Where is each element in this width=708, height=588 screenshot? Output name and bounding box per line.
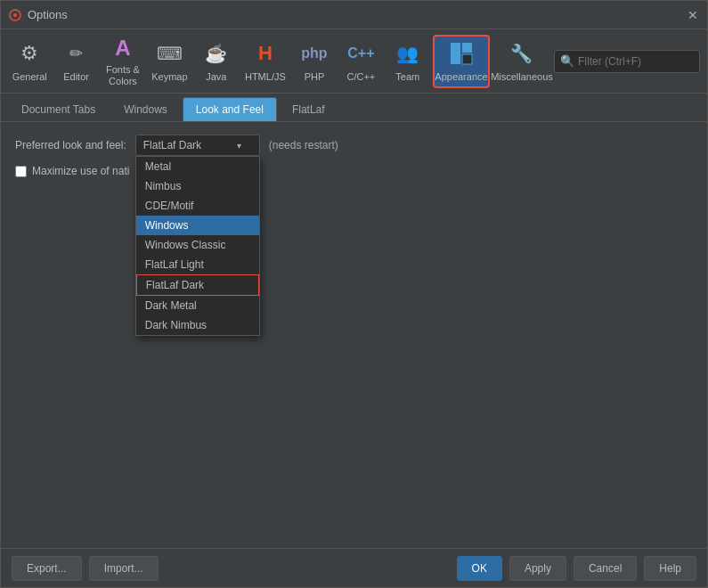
dropdown-selected-value: FlatLaf Dark	[143, 139, 201, 151]
dropdown-item-dark-nimbus[interactable]: Dark Nimbus	[136, 315, 259, 335]
look-feel-dropdown[interactable]: FlatLaf Dark ▾	[135, 135, 260, 156]
dropdown-item-windows[interactable]: Windows	[136, 216, 259, 235]
search-input[interactable]	[578, 55, 694, 68]
maximize-checkbox[interactable]	[15, 166, 27, 177]
toolbar-java[interactable]: ☕ Java	[195, 35, 238, 88]
ok-button[interactable]: OK	[457, 556, 502, 581]
team-icon: 👥	[394, 39, 422, 68]
misc-icon: 🔧	[508, 39, 536, 68]
fonts-icon: A	[109, 36, 137, 61]
help-button[interactable]: Help	[644, 556, 696, 581]
dropdown-item-nimbus[interactable]: Nimbus	[136, 176, 259, 196]
content-area: Preferred look and feel: FlatLaf Dark ▾ …	[1, 122, 707, 548]
toolbar-general[interactable]: ⚙ General	[8, 35, 51, 88]
chevron-down-icon: ▾	[237, 141, 241, 151]
footer: Export... Import... OK Apply Cancel Help	[1, 548, 707, 587]
window-title: Options	[28, 8, 68, 21]
svg-rect-2	[451, 43, 460, 64]
close-button[interactable]: ✕	[686, 8, 700, 22]
php-label: PHP	[305, 71, 325, 82]
toolbar-editor[interactable]: ✏ Editor	[54, 35, 97, 88]
title-bar-controls: ✕	[686, 8, 700, 22]
editor-label: Editor	[63, 71, 89, 82]
keymap-label: Keymap	[151, 71, 187, 82]
keymap-icon: ⌨	[155, 39, 183, 68]
dropdown-menu: Metal Nimbus CDE/Motif Windows Windows C…	[135, 156, 260, 336]
toolbar-team[interactable]: 👥 Team	[387, 35, 429, 88]
maximize-label: Maximize use of nati	[32, 165, 129, 177]
html-label: HTML/JS	[245, 71, 286, 82]
misc-label: Miscellaneous	[491, 71, 553, 82]
java-icon: ☕	[202, 39, 231, 68]
editor-icon: ✏	[62, 39, 91, 68]
tab-flatlaf[interactable]: FlatLaf	[279, 97, 338, 121]
team-label: Team	[395, 71, 419, 82]
svg-rect-3	[462, 43, 472, 53]
general-icon: ⚙	[15, 39, 44, 68]
html-icon: H	[251, 39, 280, 68]
tabs-bar: Document Tabs Windows Look and Feel Flat…	[1, 94, 707, 122]
import-button[interactable]: Import...	[89, 556, 159, 581]
general-label: General	[12, 71, 47, 82]
toolbar-php[interactable]: php PHP	[293, 35, 336, 88]
preferred-look-label: Preferred look and feel:	[15, 139, 126, 151]
dropdown-item-windows-classic[interactable]: Windows Classic	[136, 235, 259, 255]
look-feel-dropdown-wrapper: FlatLaf Dark ▾ Metal Nimbus CDE/Motif Wi…	[135, 135, 260, 156]
apply-button[interactable]: Apply	[509, 556, 566, 581]
dropdown-item-flatlaf-dark[interactable]: FlatLaf Dark	[136, 274, 259, 296]
tab-document-tabs[interactable]: Document Tabs	[8, 97, 109, 121]
appearance-icon	[447, 40, 476, 69]
toolbar-keymap[interactable]: ⌨ Keymap	[148, 35, 191, 88]
tab-look-and-feel[interactable]: Look and Feel	[183, 97, 277, 121]
look-feel-row: Preferred look and feel: FlatLaf Dark ▾ …	[15, 135, 693, 156]
dropdown-item-cde[interactable]: CDE/Motif	[136, 196, 259, 216]
options-icon	[8, 8, 22, 22]
cpp-label: C/C++	[346, 71, 375, 82]
toolbar-search-box[interactable]: 🔍	[554, 50, 700, 73]
cpp-icon: C++	[346, 39, 375, 68]
toolbar-appearance[interactable]: Appearance	[433, 35, 490, 88]
options-window: Options ✕ ⚙ General ✏ Editor A Fonts & C…	[0, 0, 708, 588]
dropdown-item-flatlaf-light[interactable]: FlatLaf Light	[136, 255, 259, 274]
php-icon: php	[300, 39, 329, 68]
appearance-label: Appearance	[435, 71, 487, 82]
tab-windows[interactable]: Windows	[110, 97, 181, 121]
toolbar: ⚙ General ✏ Editor A Fonts & Colors ⌨ Ke…	[1, 29, 707, 94]
cancel-button[interactable]: Cancel	[574, 556, 637, 581]
toolbar-cpp[interactable]: C++ C/C++	[339, 35, 382, 88]
svg-rect-4	[462, 54, 472, 64]
toolbar-misc[interactable]: 🔧 Miscellaneous	[493, 35, 550, 88]
footer-left: Export... Import...	[12, 556, 159, 581]
title-bar: Options ✕	[1, 1, 707, 29]
footer-right: OK Apply Cancel Help	[457, 556, 696, 581]
java-label: Java	[206, 71, 226, 82]
export-button[interactable]: Export...	[12, 556, 82, 581]
fonts-label: Fonts & Colors	[105, 64, 141, 86]
main-content: Document Tabs Windows Look and Feel Flat…	[1, 94, 707, 548]
maximize-checkbox-row: Maximize use of nati	[15, 165, 693, 177]
toolbar-fonts[interactable]: A Fonts & Colors	[102, 35, 144, 88]
title-bar-left: Options	[8, 8, 68, 22]
dropdown-item-metal[interactable]: Metal	[136, 157, 259, 176]
dropdown-item-dark-metal[interactable]: Dark Metal	[136, 296, 259, 315]
svg-point-1	[13, 13, 17, 17]
search-icon: 🔍	[560, 54, 574, 68]
toolbar-html[interactable]: H HTML/JS	[241, 35, 289, 88]
needs-restart-label: (needs restart)	[269, 139, 338, 151]
